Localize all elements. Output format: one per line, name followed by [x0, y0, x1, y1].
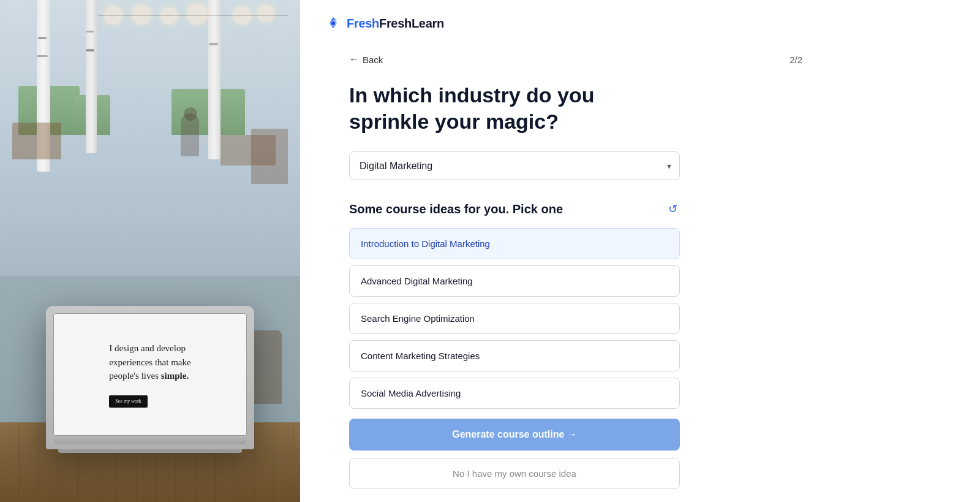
- back-navigation: ← Back 2/2: [349, 54, 802, 65]
- logo[interactable]: FreshFreshLearn: [325, 15, 444, 32]
- own-idea-label: No I have my own course idea: [453, 468, 576, 479]
- logo-icon: [325, 15, 342, 32]
- back-button[interactable]: ← Back: [349, 54, 383, 65]
- back-label: Back: [363, 55, 383, 65]
- course-option-2[interactable]: Advanced Digital Marketing: [349, 265, 680, 297]
- section-title: Some course ideas for you. Pick one: [349, 202, 563, 216]
- own-idea-button[interactable]: No I have my own course idea: [349, 458, 680, 489]
- course-option-3[interactable]: Search Engine Optimization: [349, 303, 680, 334]
- left-panel: I design and develop experiences that ma…: [0, 0, 300, 502]
- refresh-button[interactable]: ↺: [666, 200, 680, 218]
- course-option-4[interactable]: Content Marketing Strategies: [349, 340, 680, 371]
- generate-button[interactable]: Generate course outline →: [349, 419, 680, 451]
- industry-dropdown-wrapper: Digital MarketingE-CommerceEducationFina…: [349, 151, 680, 180]
- course-options-list: Introduction to Digital MarketingAdvance…: [349, 228, 680, 409]
- header: FreshFreshLearn: [300, 0, 980, 42]
- industry-dropdown[interactable]: Digital MarketingE-CommerceEducationFina…: [349, 151, 680, 180]
- logo-text: FreshFreshLearn: [347, 17, 444, 31]
- laptop-screen-content: I design and develop experiences that ma…: [109, 341, 190, 408]
- course-option-5[interactable]: Social Media Advertising: [349, 378, 680, 409]
- right-panel: FreshFreshLearn ← Back 2/2 In which indu…: [300, 0, 980, 502]
- back-arrow-icon: ←: [349, 54, 359, 65]
- course-option-1[interactable]: Introduction to Digital Marketing: [349, 228, 680, 259]
- refresh-icon: ↺: [668, 202, 677, 216]
- svg-point-0: [331, 21, 335, 25]
- laptop-cta-btn: See my work: [109, 395, 147, 408]
- question-title: In which industry do you sprinkle your m…: [349, 82, 668, 134]
- generate-button-label: Generate course outline →: [452, 429, 577, 440]
- main-content: ← Back 2/2 In which industry do you spri…: [300, 42, 851, 502]
- step-indicator: 2/2: [790, 55, 802, 65]
- course-ideas-section: Some course ideas for you. Pick one ↺: [349, 200, 680, 218]
- laptop: I design and develop experiences that ma…: [46, 306, 254, 453]
